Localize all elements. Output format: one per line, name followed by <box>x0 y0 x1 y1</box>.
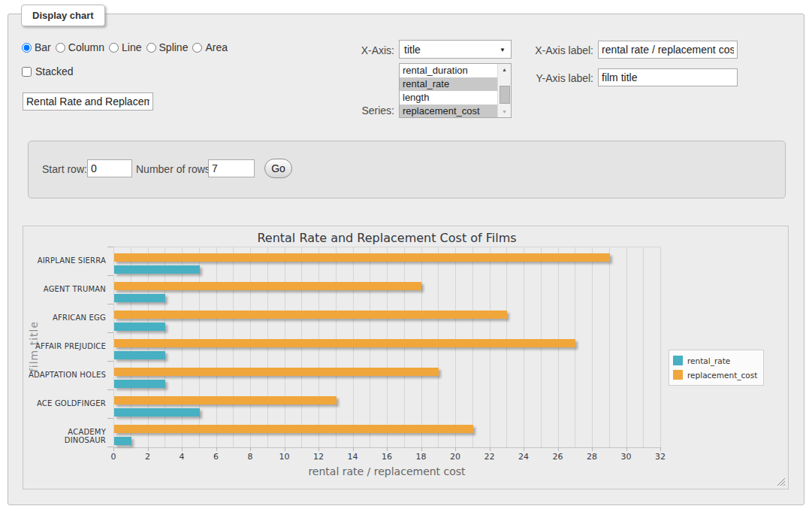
x-tick-label: 12 <box>307 452 330 462</box>
num-rows-input[interactable] <box>208 159 255 177</box>
category-label: AFFAIR PREJUDICE <box>26 342 106 350</box>
x-gridline <box>558 247 559 447</box>
bar-replacement_cost <box>114 425 473 433</box>
go-button[interactable]: Go <box>264 159 292 178</box>
column-radio-label: Column <box>68 41 104 53</box>
bar-rental_rate <box>114 351 165 359</box>
stacked-option[interactable]: Stacked <box>22 65 74 77</box>
chart-x-axis-title: rental rate / replacement cost <box>113 465 660 477</box>
chart-type-option-bar[interactable]: Bar <box>22 41 51 53</box>
x-tick-mark <box>524 447 524 451</box>
series-option-length[interactable]: length <box>400 91 498 105</box>
x-gridline <box>421 247 422 447</box>
category-label: AFRICAN EGG <box>26 314 106 322</box>
start-row-input[interactable] <box>87 159 132 177</box>
x-tick-mark <box>113 447 114 451</box>
chart-title: Rental Rate and Replacement Cost of Film… <box>113 231 660 245</box>
x-axis-label-field-label: X-Axis label: <box>518 44 593 56</box>
x-gridline <box>301 247 302 447</box>
category-label: ADAPTATION HOLES <box>26 371 106 379</box>
x-axis-label-input[interactable] <box>598 41 738 59</box>
series-option-rental-rate[interactable]: rental_rate <box>400 77 498 91</box>
x-axis-select[interactable]: title ▼ <box>399 40 512 59</box>
x-tick-mark <box>660 447 661 451</box>
chart-type-option-area[interactable]: Area <box>192 41 228 53</box>
x-tick-mark <box>387 447 388 451</box>
x-tick-label: 30 <box>615 452 638 462</box>
series-option-rental-duration[interactable]: rental_duration <box>400 64 498 77</box>
bar-rental_rate <box>114 294 165 302</box>
x-gridline <box>233 247 234 447</box>
bar-radio-label: Bar <box>35 41 51 53</box>
y-axis-label-input[interactable] <box>598 68 738 86</box>
category-tick-mark <box>107 418 113 419</box>
scrollbar-thumb[interactable] <box>500 86 510 104</box>
scroll-down-icon[interactable]: ▼ <box>498 106 511 117</box>
resize-grip-icon[interactable] <box>777 478 785 486</box>
x-gridline <box>370 247 370 447</box>
category-label: AGENT TRUMAN <box>26 285 106 293</box>
x-tick-label: 20 <box>444 452 466 462</box>
x-tick-mark <box>626 447 627 451</box>
x-axis-select-label: X-Axis: <box>321 44 394 56</box>
category-tick-mark <box>107 332 113 333</box>
series-option-replacement-cost[interactable]: replacement_cost <box>400 105 498 118</box>
bar-rental_rate <box>114 380 165 388</box>
x-tick-mark <box>421 447 422 451</box>
category-tick-mark <box>107 361 113 362</box>
category-tick-mark <box>107 447 113 447</box>
bar-replacement_cost <box>114 282 421 290</box>
x-gridline <box>336 247 337 447</box>
x-gridline <box>490 247 491 447</box>
column-radio[interactable] <box>56 43 65 53</box>
spline-radio[interactable] <box>146 43 156 53</box>
x-gridline <box>165 247 165 447</box>
x-tick-label: 0 <box>102 452 125 462</box>
bar-radio[interactable] <box>22 43 32 53</box>
x-gridline <box>541 247 542 447</box>
x-gridline <box>318 247 319 447</box>
chart-type-option-line[interactable]: Line <box>109 41 141 53</box>
x-gridline <box>148 247 149 447</box>
spline-radio-label: Spline <box>159 41 189 53</box>
x-gridline <box>199 247 200 447</box>
x-gridline <box>113 247 114 447</box>
x-tick-label: 32 <box>649 452 672 462</box>
chart-type-option-column[interactable]: Column <box>56 41 104 53</box>
x-gridline <box>387 247 388 447</box>
legend-label: replacement_cost <box>687 371 757 380</box>
x-gridline <box>575 247 575 447</box>
chart-type-radio-group: Bar Column Line Spline Area <box>22 41 228 53</box>
x-gridline <box>609 247 610 447</box>
legend-item-replacement_cost[interactable]: replacement_cost <box>673 368 757 382</box>
chart-container: Rental Rate and Replacement Cost of Film… <box>23 226 789 489</box>
chart-title-input[interactable] <box>23 92 153 111</box>
listbox-scrollbar[interactable]: ▲ ▼ <box>497 64 511 117</box>
x-tick-mark <box>318 447 319 451</box>
legend-item-rental_rate[interactable]: rental_rate <box>673 353 757 368</box>
x-tick-mark <box>490 447 491 451</box>
area-radio[interactable] <box>192 43 202 53</box>
chevron-down-icon: ▼ <box>500 47 506 53</box>
x-tick-label: 6 <box>205 452 228 462</box>
x-gridline <box>455 247 456 447</box>
series-select-label: Series: <box>321 105 394 117</box>
x-gridline <box>250 247 251 447</box>
legend-swatch <box>673 370 683 380</box>
bar-replacement_cost <box>114 311 507 319</box>
area-radio-label: Area <box>205 41 228 53</box>
line-radio[interactable] <box>109 43 119 53</box>
x-tick-label: 10 <box>273 452 296 462</box>
x-axis-select-value: title <box>404 44 421 56</box>
stacked-checkbox[interactable] <box>22 67 32 77</box>
x-gridline <box>592 247 593 447</box>
x-tick-label: 16 <box>376 452 398 462</box>
x-tick-label: 8 <box>239 452 261 462</box>
chart-type-option-spline[interactable]: Spline <box>146 41 189 53</box>
series-listbox[interactable]: rental_duration rental_rate length repla… <box>399 63 512 118</box>
bar-replacement_cost <box>114 396 337 404</box>
category-tick-mark <box>107 304 113 304</box>
bar-replacement_cost <box>114 253 610 262</box>
scroll-up-icon[interactable]: ▲ <box>498 64 511 75</box>
x-tick-mark <box>455 447 456 451</box>
